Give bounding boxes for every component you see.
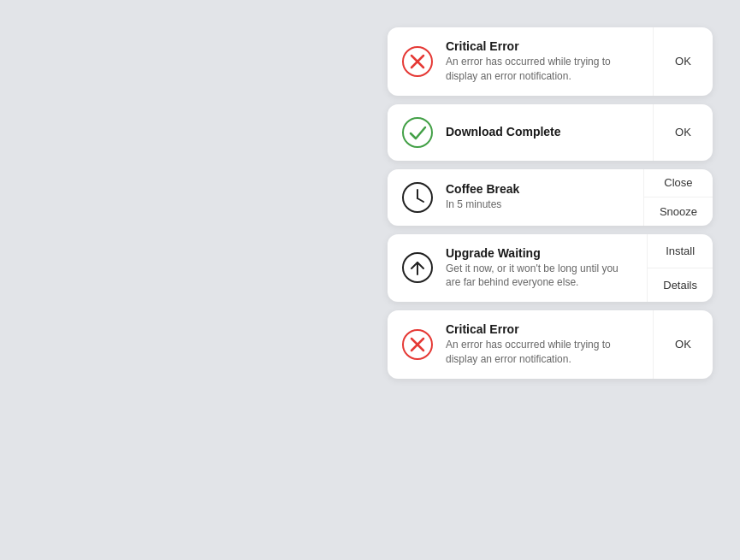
notification-actions-coffee-break: CloseSnooze [643,169,713,226]
upgrade-icon [401,251,434,284]
notification-body-critical-error-1: Critical ErrorAn error has occurred whil… [388,27,653,96]
notification-card-upgrade-waiting: Upgrade WaitingGet it now, or it won't b… [388,234,713,303]
error-icon [401,45,434,78]
notification-body-critical-error-2: Critical ErrorAn error has occurred whil… [388,310,653,379]
action-button-ok-1[interactable]: OK [654,27,713,96]
notification-text-download-complete: Download Complete [446,125,639,140]
notification-card-critical-error-2: Critical ErrorAn error has occurred whil… [388,310,713,379]
svg-point-3 [403,118,432,147]
notification-body-download-complete: Download Complete [388,104,653,161]
notification-card-download-complete: Download CompleteOK [388,104,713,161]
notification-subtitle: An error has occurred while trying to di… [446,55,639,84]
notification-card-coffee-break: Coffee BreakIn 5 minutesCloseSnooze [388,169,713,226]
action-button-ok-5[interactable]: OK [654,310,713,379]
notification-title: Critical Error [446,39,639,53]
notification-title: Critical Error [446,322,639,336]
notification-subtitle: In 5 minutes [446,197,630,212]
error-icon [401,328,434,361]
notification-title: Download Complete [446,125,639,139]
notification-title: Coffee Break [446,182,630,196]
notification-title: Upgrade Waiting [446,246,633,260]
notification-text-coffee-break: Coffee BreakIn 5 minutes [446,182,630,212]
success-icon [401,116,434,149]
action-button-details-4[interactable]: Details [648,268,713,302]
notification-text-upgrade-waiting: Upgrade WaitingGet it now, or it won't b… [446,246,633,291]
notification-body-coffee-break: Coffee BreakIn 5 minutes [388,169,643,226]
notification-subtitle: An error has occurred while trying to di… [446,338,639,367]
notification-actions-critical-error-2: OK [653,310,713,379]
notification-subtitle: Get it now, or it won't be long until yo… [446,262,633,291]
clock-icon [401,181,434,214]
action-button-snooze-3[interactable]: Snooze [644,197,713,226]
notification-body-upgrade-waiting: Upgrade WaitingGet it now, or it won't b… [388,234,647,303]
notifications-container: Critical ErrorAn error has occurred whil… [388,27,713,379]
action-button-ok-2[interactable]: OK [654,104,713,161]
notification-actions-download-complete: OK [653,104,713,161]
notification-text-critical-error-1: Critical ErrorAn error has occurred whil… [446,39,639,84]
notification-text-critical-error-2: Critical ErrorAn error has occurred whil… [446,322,639,367]
notification-card-critical-error-1: Critical ErrorAn error has occurred whil… [388,27,713,96]
notification-actions-critical-error-1: OK [653,27,713,96]
action-button-close-3[interactable]: Close [644,169,713,197]
notification-actions-upgrade-waiting: InstallDetails [647,234,713,303]
action-button-install-4[interactable]: Install [648,234,713,268]
